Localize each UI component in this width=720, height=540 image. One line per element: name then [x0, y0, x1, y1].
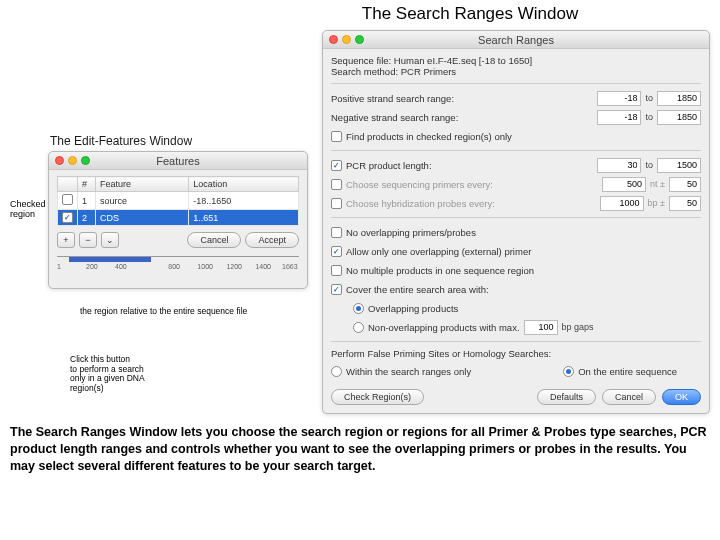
no-overlap-checkbox[interactable]	[331, 227, 342, 238]
neg-strand-label: Negative strand search range:	[331, 112, 593, 123]
within-radio[interactable]	[331, 366, 342, 377]
within-label: Within the search ranges only	[346, 366, 471, 377]
hyb-tol-input	[669, 196, 701, 211]
page-title: The Search Ranges Window	[230, 4, 710, 24]
entire-radio[interactable]	[563, 366, 574, 377]
picker-button[interactable]: ⌄	[101, 232, 119, 248]
sequence-file-label: Sequence file: Human eI.F-4E.seq [-18 to…	[331, 55, 701, 66]
find-products-checkbox[interactable]	[331, 131, 342, 142]
hyb-probes-label: Choose hybridization probes every:	[346, 198, 596, 209]
pcr-to-input[interactable]	[657, 158, 701, 173]
entire-label: On the entire sequence	[578, 366, 677, 377]
accept-button[interactable]: Accept	[245, 232, 299, 248]
click-annotation: Click this button to perform a search on…	[70, 355, 180, 394]
pcr-length-checkbox[interactable]	[331, 160, 342, 171]
features-window: Features # Feature Location	[48, 151, 308, 289]
features-title: Features	[49, 155, 307, 167]
pcr-length-label: PCR product length:	[346, 160, 593, 171]
neg-from-input[interactable]	[597, 110, 641, 125]
pos-to-input[interactable]	[657, 91, 701, 106]
cover-area-checkbox[interactable]	[331, 284, 342, 295]
pcr-from-input[interactable]	[597, 158, 641, 173]
seq-primers-checkbox[interactable]	[331, 179, 342, 190]
row-checkbox[interactable]	[62, 212, 73, 223]
add-button[interactable]: +	[57, 232, 75, 248]
overlapping-label: Overlapping products	[368, 303, 701, 314]
hyb-val-input	[600, 196, 644, 211]
description-text: The Search Ranges Window lets you choose…	[10, 424, 710, 475]
sequence-ruler: 1 200 400 800 1000 1200 1400 1663	[57, 256, 299, 280]
checked-region-label: Checked region	[10, 199, 46, 220]
defaults-button[interactable]: Defaults	[537, 389, 596, 405]
check-regions-button[interactable]: Check Region(s)	[331, 389, 424, 405]
divider	[331, 150, 701, 151]
divider	[331, 341, 701, 342]
false-priming-label: Perform False Priming Sites or Homology …	[331, 348, 701, 359]
search-ranges-window: Search Ranges Sequence file: Human eI.F-…	[322, 30, 710, 414]
seq-primers-label: Choose sequencing primers every:	[346, 179, 598, 190]
seq-val-input	[602, 177, 646, 192]
search-method-label: Search method: PCR Primers	[331, 66, 701, 77]
overlapping-radio[interactable]	[353, 303, 364, 314]
nonoverlapping-label: Non-overlapping products with max.	[368, 322, 520, 333]
hyb-probes-checkbox[interactable]	[331, 198, 342, 209]
allow-one-label: Allow only one overlapping (external) pr…	[346, 246, 701, 257]
features-subtitle: The Edit-Features Window	[50, 134, 316, 148]
ruler-annotation: the region relative to the entire sequen…	[80, 307, 316, 317]
cover-area-label: Cover the entire search area with:	[346, 284, 701, 295]
allow-one-checkbox[interactable]	[331, 246, 342, 257]
table-row[interactable]: 1 source -18..1650	[58, 192, 299, 210]
table-row[interactable]: 2 CDS 1..651	[58, 210, 299, 226]
divider	[331, 83, 701, 84]
no-multiple-checkbox[interactable]	[331, 265, 342, 276]
find-products-label: Find products in checked region(s) only	[346, 131, 701, 142]
features-table: # Feature Location 1 source -18..1650	[57, 176, 299, 226]
divider	[331, 217, 701, 218]
no-multiple-label: No multiple products in one sequence reg…	[346, 265, 701, 276]
cancel-button[interactable]: Cancel	[602, 389, 656, 405]
no-overlap-label: No overlapping primers/probes	[346, 227, 701, 238]
pos-strand-label: Positive strand search range:	[331, 93, 593, 104]
pos-from-input[interactable]	[597, 91, 641, 106]
neg-to-input[interactable]	[657, 110, 701, 125]
nonoverlapping-radio[interactable]	[353, 322, 364, 333]
row-checkbox[interactable]	[62, 194, 73, 205]
remove-button[interactable]: −	[79, 232, 97, 248]
gap-input[interactable]	[524, 320, 558, 335]
search-ranges-title: Search Ranges	[323, 34, 709, 46]
ok-button[interactable]: OK	[662, 389, 701, 405]
cancel-button[interactable]: Cancel	[187, 232, 241, 248]
seq-tol-input	[669, 177, 701, 192]
